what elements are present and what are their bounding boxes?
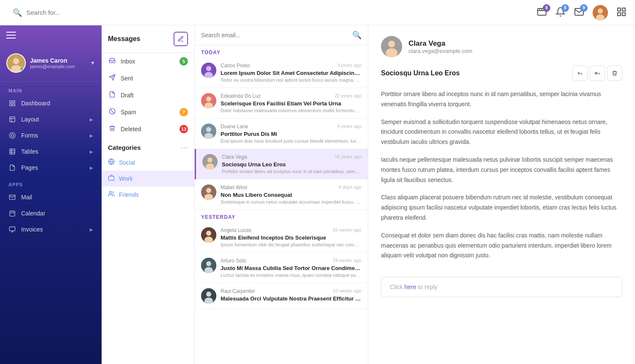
- notifications-badge: 8: [561, 4, 569, 12]
- svg-rect-10: [618, 13, 621, 16]
- detail-subject: Sociosqu Urna Leo Eros: [381, 69, 460, 77]
- arturo-subject: Justo Mi Massa Cubilia Sed Tortor Ornare…: [221, 265, 362, 271]
- profile-info: James Caron james@example.com: [30, 57, 75, 69]
- email-item-duane[interactable]: Duane Lane 4 years ago Porttitor Purus D…: [195, 119, 368, 149]
- social-icon: [108, 158, 115, 167]
- arturo-email-content: Arturo Soto 28 weeks ago Justo Mi Massa …: [221, 258, 362, 278]
- angela-time: 55 weeks ago: [333, 227, 362, 233]
- sidebar-profile[interactable]: James Caron james@example.com ▼: [0, 45, 102, 82]
- edeo-avatar: [201, 93, 216, 108]
- main-section-label: MAIN: [0, 82, 102, 95]
- clara-subject: Sociosqu Urna Leo Eros: [222, 161, 362, 168]
- sidebar-item-pages[interactable]: Pages ▶: [0, 160, 102, 176]
- calendar-icon: [8, 210, 16, 217]
- edeo-time: 22 years ago: [334, 93, 362, 99]
- sidebar-item-dashboard[interactable]: Dashboard: [0, 95, 102, 111]
- category-work[interactable]: Work: [102, 171, 194, 187]
- clara-time: 16 years ago: [334, 154, 362, 160]
- sidebar-item-layout[interactable]: Layout ▶: [0, 111, 102, 127]
- svg-rect-16: [13, 101, 15, 103]
- carlos-subject: Lorem Ipsum Dolor Sit Amet Consectetur A…: [221, 70, 362, 76]
- category-friends[interactable]: Friends: [102, 187, 194, 203]
- draft-nav-item[interactable]: Draft: [102, 87, 194, 104]
- sidebar-item-invoices[interactable]: Invoices ▶: [0, 221, 102, 237]
- sidebar-item-forms[interactable]: Forms ▶: [0, 127, 102, 143]
- body-paragraph-4: Class aliquam placerat posuere bibendum …: [381, 193, 622, 223]
- contact-avatar-svg: [381, 36, 402, 57]
- reply-here-link[interactable]: here: [404, 284, 416, 290]
- angela-sender: Angela Lucas: [221, 227, 251, 233]
- apps-section-label: APPS: [0, 176, 102, 189]
- hamburger-menu[interactable]: [0, 25, 102, 45]
- dashboard-label: Dashboard: [21, 100, 93, 107]
- email-search-icon[interactable]: 🔍: [352, 30, 362, 40]
- pages-label: Pages: [21, 164, 85, 171]
- body-paragraph-1: Porttitor ornare libero ad inceptos nunc…: [381, 89, 622, 110]
- layout-chevron-icon: ▶: [90, 117, 93, 122]
- detail-body: Porttitor ornare libero ad inceptos nunc…: [381, 89, 622, 268]
- user-avatar-wrap[interactable]: [593, 5, 608, 20]
- add-category-button[interactable]: ⋯: [180, 143, 188, 152]
- email-search-input[interactable]: [201, 32, 348, 39]
- reply-text: Click: [390, 284, 404, 290]
- duane-preview: Erat ipsum duis risus tincidunt justo cu…: [221, 138, 362, 143]
- duane-time: 4 years ago: [337, 124, 362, 130]
- messages-icon-wrap[interactable]: 8: [537, 7, 547, 19]
- detail-contact-name: Clara Vega: [409, 39, 472, 48]
- svg-rect-24: [10, 149, 15, 154]
- pages-icon: [8, 164, 16, 171]
- reply-button[interactable]: [572, 66, 588, 81]
- mabel-time: 6 days ago: [339, 185, 362, 190]
- raul-avatar: [201, 288, 216, 303]
- edeo-meta: Edealinda Do Luz 22 years ago: [221, 93, 362, 99]
- sent-nav-item[interactable]: Sent: [102, 70, 194, 87]
- edeo-email-content: Edealinda Do Luz 22 years ago Scelerisqu…: [221, 93, 362, 113]
- duane-subject: Porttitor Purus Dis Mi: [221, 131, 362, 137]
- category-social[interactable]: Social: [102, 154, 194, 171]
- tables-chevron-icon: ▶: [90, 149, 93, 154]
- search-input[interactable]: [26, 9, 153, 16]
- raul-meta: Raul Carpenter 33 weeks ago: [221, 288, 362, 294]
- notifications-icon-wrap[interactable]: 8: [555, 7, 566, 19]
- mabel-avatar: [201, 185, 216, 200]
- dashboard-icon: [8, 99, 16, 107]
- email-item-edeo[interactable]: Edealinda Do Luz 22 years ago Scelerisqu…: [195, 88, 368, 119]
- svg-rect-9: [622, 8, 625, 11]
- email-item-arturo[interactable]: Arturo Soto 28 weeks ago Justo Mi Massa …: [195, 253, 368, 283]
- raul-subject: Malesuada Orci Vulputate Nostra Praesent…: [221, 295, 362, 302]
- arturo-time: 28 weeks ago: [333, 258, 362, 264]
- svg-point-59: [206, 231, 211, 236]
- svg-rect-17: [10, 104, 12, 106]
- reply-all-button[interactable]: [590, 66, 605, 81]
- svg-rect-15: [10, 101, 12, 103]
- sidebar-item-tables[interactable]: Tables ▶: [0, 143, 102, 160]
- delete-button[interactable]: [607, 66, 622, 81]
- categories-header: Categories ⋯: [102, 138, 194, 154]
- forms-label: Forms: [21, 132, 85, 139]
- inbox-nav-item[interactable]: Inbox 5: [102, 53, 194, 70]
- yesterday-section-label: YESTERDAY: [195, 210, 368, 222]
- svg-point-68: [388, 41, 395, 47]
- compose-button[interactable]: [174, 32, 188, 46]
- deleted-nav-item[interactable]: Deleted 13: [102, 121, 194, 138]
- edeo-subject: Scelerisque Eros Facilisi Etiam Vel Port…: [221, 100, 362, 107]
- email-item-angela[interactable]: Angela Lucas 55 weeks ago Mattis Eleifen…: [195, 222, 368, 253]
- email-item-carlos[interactable]: Carlos Prieto 3 years ago Lorem Ipsum Do…: [195, 58, 368, 88]
- email-list-scroll[interactable]: TODAY Carlos Prieto 3 years ago Lorem Ip…: [195, 45, 368, 364]
- messages-badge: 8: [543, 4, 550, 12]
- categories-title: Categories: [108, 144, 180, 151]
- sidebar-item-mail[interactable]: Mail: [0, 189, 102, 205]
- social-label: Social: [119, 159, 135, 166]
- carlos-sender: Carlos Prieto: [221, 63, 250, 69]
- email-item-clara[interactable]: Clara Vega 16 years ago Sociosqu Urna Le…: [195, 149, 368, 179]
- spam-icon: [108, 108, 116, 116]
- email-item-mabel[interactable]: Mabel West 6 days ago Non Mus Libero Con…: [195, 179, 368, 210]
- grid-icon-wrap[interactable]: [616, 7, 627, 19]
- pages-chevron-icon: ▶: [90, 165, 93, 170]
- spam-nav-item[interactable]: Spam 7: [102, 104, 194, 121]
- mail-icon-wrap[interactable]: 9: [574, 7, 584, 19]
- sidebar-item-calendar[interactable]: Calendar: [0, 205, 102, 221]
- email-item-raul[interactable]: Raul Carpenter 33 weeks ago Malesuada Or…: [195, 283, 368, 309]
- svg-point-65: [206, 292, 211, 297]
- svg-point-47: [206, 97, 211, 102]
